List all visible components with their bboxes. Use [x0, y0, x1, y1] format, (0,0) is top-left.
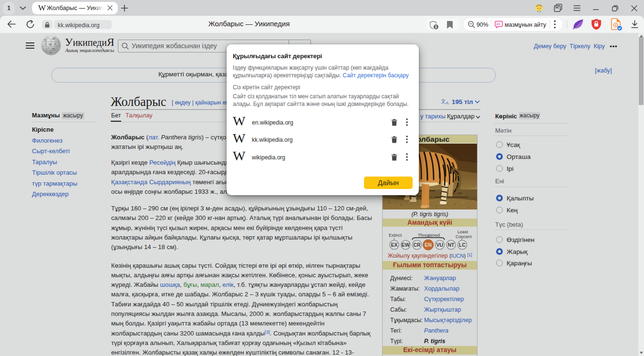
svg-text:Q: Q — [44, 38, 46, 41]
svg-text:C: C — [45, 42, 47, 45]
svg-text:Δ: Δ — [54, 42, 56, 45]
svg-text:««: «« — [496, 22, 500, 26]
svg-text:CR: CR — [414, 242, 421, 248]
svg-text:EX: EX — [391, 242, 397, 248]
svg-text:W: W — [49, 42, 52, 46]
svg-text:NT: NT — [447, 242, 455, 248]
svg-text:文: 文 — [441, 98, 446, 104]
svg-text:LC: LC — [459, 242, 466, 248]
svg-text:EW: EW — [402, 242, 410, 248]
svg-text:1: 1 — [435, 24, 437, 29]
svg-text:Ф: Ф — [52, 47, 54, 50]
svg-text:ب: ب — [49, 51, 52, 53]
svg-text:EN: EN — [425, 242, 432, 248]
svg-text:VU: VU — [436, 242, 444, 248]
svg-text:И: И — [52, 37, 55, 40]
svg-text:А: А — [446, 101, 449, 105]
svg-text:バ: バ — [46, 46, 50, 50]
